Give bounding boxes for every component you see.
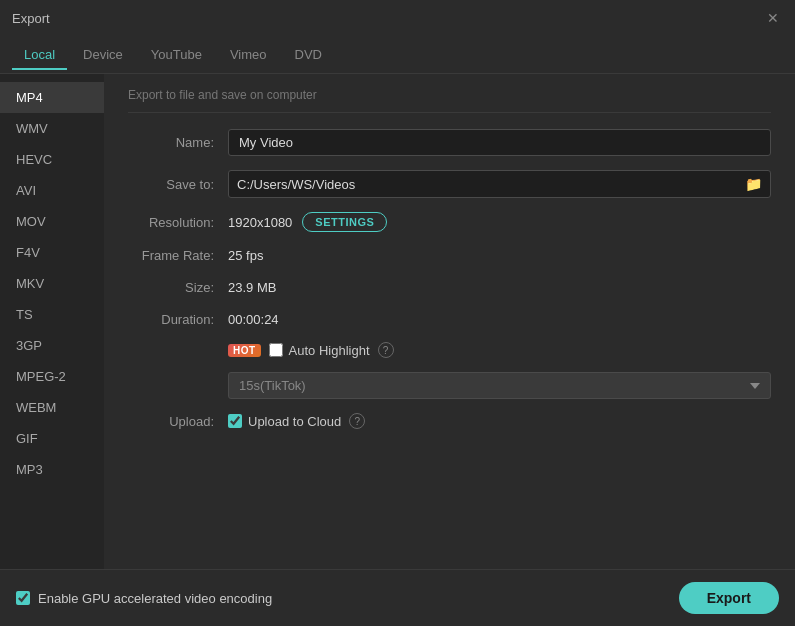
resolution-control: 1920x1080 SETTINGS — [228, 212, 771, 232]
gpu-text: Enable GPU accelerated video encoding — [38, 591, 272, 606]
sidebar-item-mp3[interactable]: MP3 — [0, 454, 104, 485]
sidebar-item-mov[interactable]: MOV — [0, 206, 104, 237]
footer: Enable GPU accelerated video encoding Ex… — [0, 569, 795, 626]
auto-highlight-text: Auto Highlight — [289, 343, 370, 358]
upload-label: Upload: — [128, 414, 228, 429]
size-label: Size: — [128, 280, 228, 295]
name-input[interactable] — [228, 129, 771, 156]
sidebar-item-mpeg2[interactable]: MPEG-2 — [0, 361, 104, 392]
size-value: 23.9 MB — [228, 280, 276, 295]
highlight-row: HOT Auto Highlight ? — [228, 342, 771, 358]
sidebar-item-gif[interactable]: GIF — [0, 423, 104, 454]
tab-bar: Local Device YouTube Vimeo DVD — [0, 36, 795, 74]
gpu-label[interactable]: Enable GPU accelerated video encoding — [16, 591, 272, 606]
framerate-control: 25 fps — [228, 246, 771, 264]
sidebar-item-avi[interactable]: AVI — [0, 175, 104, 206]
duration-row: Duration: 00:00:24 — [128, 310, 771, 328]
tab-device[interactable]: Device — [71, 41, 135, 70]
upload-cloud-checkbox[interactable] — [228, 414, 242, 428]
saveto-path: C:/Users/WS/Videos — [237, 177, 745, 192]
folder-icon[interactable]: 📁 — [745, 176, 762, 192]
tab-local[interactable]: Local — [12, 41, 67, 70]
sidebar-item-wmv[interactable]: WMV — [0, 113, 104, 144]
sidebar-item-mkv[interactable]: MKV — [0, 268, 104, 299]
auto-highlight-checkbox[interactable] — [269, 343, 283, 357]
name-label: Name: — [128, 135, 228, 150]
saveto-label: Save to: — [128, 177, 228, 192]
sidebar-item-webm[interactable]: WEBM — [0, 392, 104, 423]
upload-cloud-row: Upload to Cloud ? — [228, 413, 771, 429]
name-row: Name: — [128, 129, 771, 156]
upload-control: Upload to Cloud ? — [228, 413, 771, 429]
content-area: MP4 WMV HEVC AVI MOV F4V MKV TS — [0, 74, 795, 569]
name-control — [228, 129, 771, 156]
upload-cloud-text: Upload to Cloud — [248, 414, 341, 429]
tab-dvd[interactable]: DVD — [283, 41, 334, 70]
sidebar-item-mp4[interactable]: MP4 — [0, 82, 104, 113]
tiktok-dropdown[interactable]: 15s(TikTok) — [228, 372, 771, 399]
duration-control: 00:00:24 — [228, 310, 771, 328]
duration-value: 00:00:24 — [228, 312, 279, 327]
main-panel: Export to file and save on computer Name… — [104, 74, 795, 569]
duration-label: Duration: — [128, 312, 228, 327]
sidebar-item-ts[interactable]: TS — [0, 299, 104, 330]
export-window: Export ✕ Local Device YouTube Vimeo DVD … — [0, 0, 795, 626]
size-control: 23.9 MB — [228, 278, 771, 296]
saveto-row: Save to: C:/Users/WS/Videos 📁 — [128, 170, 771, 198]
close-button[interactable]: ✕ — [763, 9, 783, 27]
upload-cloud-help-icon[interactable]: ? — [349, 413, 365, 429]
resolution-label: Resolution: — [128, 215, 228, 230]
framerate-row: Frame Rate: 25 fps — [128, 246, 771, 264]
window-title: Export — [12, 11, 50, 26]
saveto-path-row: C:/Users/WS/Videos 📁 — [228, 170, 771, 198]
export-button[interactable]: Export — [679, 582, 779, 614]
resolution-row: Resolution: 1920x1080 SETTINGS — [128, 212, 771, 232]
saveto-control: C:/Users/WS/Videos 📁 — [228, 170, 771, 198]
title-bar: Export ✕ — [0, 0, 795, 36]
tiktok-dropdown-row: 15s(TikTok) — [228, 372, 771, 399]
resolution-value-row: 1920x1080 SETTINGS — [228, 212, 771, 232]
sidebar: MP4 WMV HEVC AVI MOV F4V MKV TS — [0, 74, 104, 569]
auto-highlight-label[interactable]: Auto Highlight — [269, 343, 370, 358]
highlight-form-row: HOT Auto Highlight ? — [128, 342, 771, 358]
sidebar-item-3gp[interactable]: 3GP — [0, 330, 104, 361]
framerate-value: 25 fps — [228, 248, 263, 263]
tab-vimeo[interactable]: Vimeo — [218, 41, 279, 70]
framerate-label: Frame Rate: — [128, 248, 228, 263]
hot-badge: HOT — [228, 344, 261, 357]
upload-row: Upload: Upload to Cloud ? — [128, 413, 771, 429]
highlight-control: HOT Auto Highlight ? — [228, 342, 771, 358]
gpu-checkbox[interactable] — [16, 591, 30, 605]
auto-highlight-help-icon[interactable]: ? — [378, 342, 394, 358]
tab-youtube[interactable]: YouTube — [139, 41, 214, 70]
settings-button[interactable]: SETTINGS — [302, 212, 387, 232]
resolution-value: 1920x1080 — [228, 215, 292, 230]
sidebar-item-hevc[interactable]: HEVC — [0, 144, 104, 175]
size-row: Size: 23.9 MB — [128, 278, 771, 296]
sidebar-item-f4v[interactable]: F4V — [0, 237, 104, 268]
upload-cloud-label[interactable]: Upload to Cloud — [228, 414, 341, 429]
section-title: Export to file and save on computer — [128, 74, 771, 113]
